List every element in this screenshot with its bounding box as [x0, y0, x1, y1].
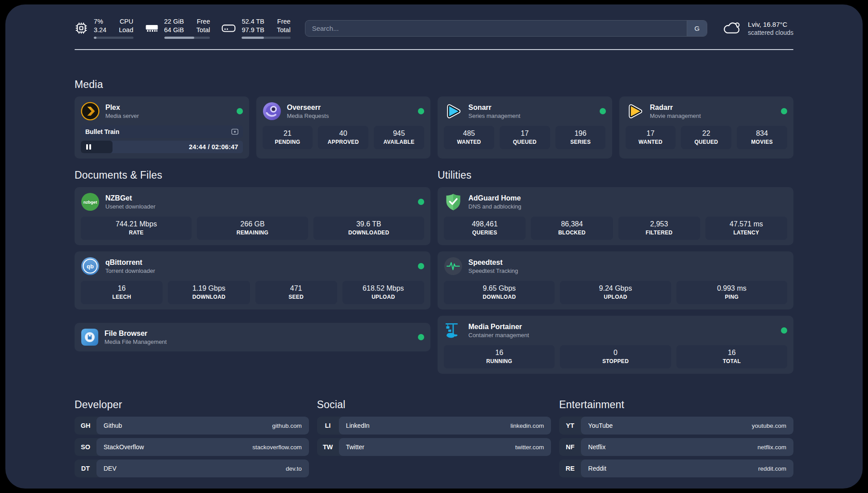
bookmark-twitter[interactable]: TW Twitter twitter.com [317, 438, 551, 456]
playback-time: 24:44 / 02:06:47 [189, 143, 238, 150]
section-developer: Developer GH Github github.com SO StackO… [75, 399, 309, 477]
bookmark-url: twitter.com [515, 444, 544, 451]
filebrowser-icon [81, 328, 99, 346]
card-overseerr[interactable]: Overseerr Media Requests 21 PENDING 40 A… [256, 96, 431, 159]
bookmark-url: github.com [272, 422, 302, 429]
stat-tile: 2,953 FILTERED [618, 217, 700, 240]
disk-icon [221, 23, 236, 33]
stat-tile: 17 QUEUED [500, 126, 550, 149]
playback-progress-fill [81, 141, 113, 153]
overseerr-icon [263, 102, 281, 121]
bookmark-name: Netflix [588, 443, 605, 451]
now-playing-title: Bullet Train [85, 128, 119, 135]
bookmark-dev[interactable]: DT DEV dev.to [75, 460, 309, 477]
bookmark-name: DEV [104, 465, 117, 472]
app-name: NZBGet [105, 194, 155, 202]
stat-tile: 471 SEED [255, 281, 337, 304]
stat-tile: 498,461 QUERIES [444, 217, 526, 240]
bookmark-url: youtube.com [752, 422, 786, 429]
search-input[interactable] [305, 21, 687, 36]
app-subtitle: Media server [105, 113, 139, 119]
portainer-icon [444, 321, 463, 340]
section-heading-media: Media [75, 79, 793, 91]
cpu-load-label: Load [119, 26, 133, 34]
disk-progress-bar [242, 37, 290, 39]
weather-widget: Lviv, 16.87°C scattered clouds [722, 20, 793, 36]
bookmark-url: netflix.com [757, 444, 786, 451]
section-heading-entertainment: Entertainment [559, 399, 793, 411]
ram-progress-bar [164, 37, 210, 39]
sonarr-icon [444, 102, 463, 121]
app-name: Plex [105, 104, 139, 112]
bookmark-github[interactable]: GH Github github.com [75, 417, 309, 435]
card-sonarr[interactable]: Sonarr Series management 485 WANTED 17 Q… [438, 96, 612, 159]
bookmark-linkedin[interactable]: LI LinkedIn linkedin.com [317, 417, 551, 435]
bookmark-url: dev.to [286, 465, 302, 472]
bookmark-url: stackoverflow.com [252, 444, 301, 451]
app-subtitle: Movie management [650, 113, 701, 119]
cpu-load-value: 3.24 [94, 26, 106, 34]
card-radarr[interactable]: Radarr Movie management 17 WANTED 22 QUE… [619, 96, 794, 159]
card-qbittorrent[interactable]: qb qBittorrent Torrent downloader 16 LEE… [75, 251, 430, 309]
section-heading-social: Social [317, 399, 551, 411]
disk-stat: 52.4 TB 97.9 TB Free Total [221, 17, 290, 39]
cpu-icon [75, 21, 88, 35]
section-documents: Documents & Files nzbget NZBGet Usenet d… [75, 169, 430, 374]
ram-total-label: Total [196, 26, 210, 34]
bookmark-name: StackOverflow [104, 443, 144, 451]
svg-text:qb: qb [87, 263, 94, 270]
bookmark-name: YouTube [588, 422, 613, 429]
stat-tile: 266 GB REMAINING [197, 217, 308, 240]
stat-tile: 0 STOPPED [560, 345, 671, 368]
bookmark-abbr: SO [75, 438, 96, 456]
playback-progress-row: 24:44 / 02:06:47 [81, 141, 243, 153]
status-online-dot [600, 108, 606, 114]
bookmark-reddit[interactable]: RE Reddit reddit.com [559, 460, 793, 477]
search-bar: G [305, 20, 707, 37]
section-heading-utilities: Utilities [438, 169, 793, 181]
section-social: Social LI LinkedIn linkedin.com TW Twitt… [317, 399, 551, 477]
stat-tile: 86,384 BLOCKED [531, 217, 613, 240]
ram-total-value: 64 GiB [164, 26, 184, 34]
stat-tile: 9.65 Gbps DOWNLOAD [444, 281, 555, 304]
dashboard-panel: 7% 3.24 CPU Load [5, 4, 863, 489]
stat-tile: 196 SERIES [555, 126, 606, 149]
bookmark-netflix[interactable]: NF Netflix netflix.com [559, 438, 793, 456]
weather-condition: scattered clouds [748, 29, 793, 36]
status-online-dot [418, 199, 424, 205]
app-subtitle: Series management [468, 113, 520, 119]
app-name: Speedtest [468, 259, 518, 267]
bookmark-abbr: GH [75, 417, 96, 435]
app-name: Sonarr [468, 104, 520, 112]
stat-tile: 17 WANTED [626, 126, 676, 149]
cpu-stat: 7% 3.24 CPU Load [75, 17, 134, 39]
stat-tile: 16 RUNNING [444, 345, 555, 368]
bookmark-stackoverflow[interactable]: SO StackOverflow stackoverflow.com [75, 438, 309, 456]
card-adguard[interactable]: AdGuard Home DNS and adblocking 498,461 … [438, 187, 793, 245]
app-subtitle: Media Requests [287, 113, 329, 119]
section-utilities: Utilities AdGuard Home DNS and adblockin… [438, 169, 793, 374]
app-name: AdGuard Home [468, 194, 522, 202]
section-entertainment: Entertainment YT YouTube youtube.com NF … [559, 399, 793, 477]
bookmark-url: reddit.com [758, 465, 786, 472]
app-subtitle: Usenet downloader [105, 203, 155, 210]
bookmark-abbr: TW [317, 438, 339, 456]
app-name: Media Portainer [468, 323, 529, 331]
card-filebrowser[interactable]: File Browser Media File Management [75, 323, 430, 351]
nzbget-icon: nzbget [81, 192, 100, 211]
header-divider [75, 49, 793, 50]
card-nzbget[interactable]: nzbget NZBGet Usenet downloader 744.21 M… [75, 187, 430, 245]
card-plex[interactable]: Plex Media server Bullet Train 24:44 / 0 [75, 96, 249, 159]
ram-free-value: 22 GiB [164, 17, 184, 26]
card-speedtest[interactable]: Speedtest Speedtest Tracking 9.65 Gbps D… [438, 251, 793, 309]
card-portainer[interactable]: Media Portainer Container management 16 … [438, 316, 793, 374]
stat-tile: 9.24 Gbps UPLOAD [560, 281, 671, 304]
app-name: Radarr [650, 104, 701, 112]
qbittorrent-icon: qb [81, 257, 100, 276]
status-online-dot [418, 334, 424, 340]
bookmark-youtube[interactable]: YT YouTube youtube.com [559, 417, 793, 435]
search-provider-button[interactable]: G [687, 21, 707, 36]
cpu-usage-label: CPU [119, 17, 133, 26]
cpu-progress-bar [94, 37, 134, 39]
status-online-dot [418, 108, 424, 114]
